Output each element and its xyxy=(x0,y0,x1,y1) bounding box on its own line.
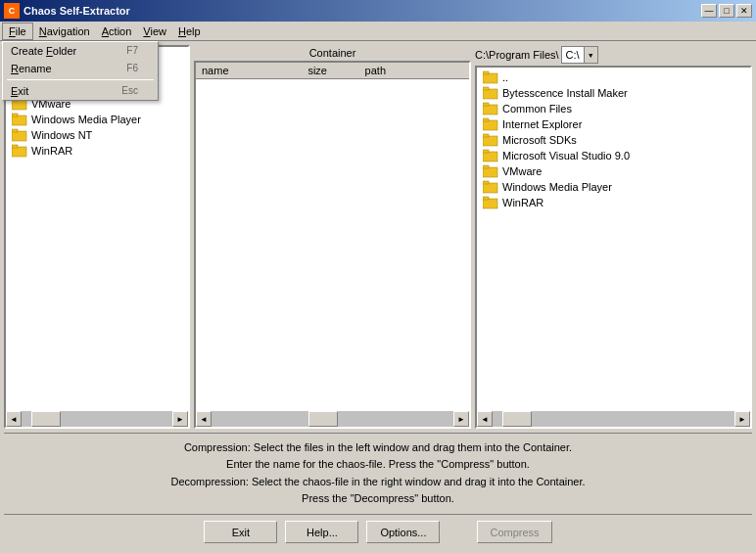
svg-rect-20 xyxy=(483,120,497,130)
right-item-up[interactable]: .. xyxy=(479,69,748,85)
right-scroll-track[interactable] xyxy=(493,411,734,427)
svg-rect-30 xyxy=(483,199,497,208)
svg-rect-17 xyxy=(483,87,489,90)
right-item-bytesscence[interactable]: Bytesscence Install Maker xyxy=(479,85,748,101)
container-columns: name size path xyxy=(196,63,469,79)
right-item-vmware[interactable]: VMware xyxy=(479,163,748,179)
title-bar: C Chaos Self-Extractor — □ ✕ xyxy=(0,0,756,22)
svg-rect-19 xyxy=(483,103,489,106)
svg-rect-21 xyxy=(483,118,489,121)
right-scrollbar-h[interactable]: ◄ ► xyxy=(477,411,750,427)
svg-rect-9 xyxy=(12,114,18,116)
folder-icon xyxy=(12,113,27,126)
menu-rename[interactable]: Rename F6 xyxy=(3,60,158,77)
left-item-winrar[interactable]: WinRAR xyxy=(8,143,186,159)
left-item-windows-nt[interactable]: Windows NT xyxy=(8,127,186,143)
scroll-thumb[interactable] xyxy=(31,411,61,427)
drive-combo[interactable]: C:\ ▼ xyxy=(561,46,598,64)
menu-navigation[interactable]: Navigation xyxy=(33,23,96,39)
left-item-windows-media-player[interactable]: Windows Media Player xyxy=(8,112,186,127)
folder-icon xyxy=(483,180,498,194)
help-button[interactable]: Help... xyxy=(285,521,358,543)
container-scroll-right[interactable]: ► xyxy=(453,411,469,427)
right-item-microsoft-vs[interactable]: Microsoft Visual Studio 9.0 xyxy=(479,148,748,163)
folder-icon xyxy=(483,196,498,209)
close-button[interactable]: ✕ xyxy=(736,4,752,18)
svg-rect-8 xyxy=(12,115,26,125)
scroll-left-btn[interactable]: ◄ xyxy=(6,411,22,427)
description-area: Compression: Select the files in the lef… xyxy=(4,433,752,514)
menu-action[interactable]: Action xyxy=(96,23,138,39)
window-title: Chaos Self-Extractor xyxy=(24,5,130,17)
right-item-microsoft-sdks[interactable]: Microsoft SDKs xyxy=(479,132,748,148)
folder-icon xyxy=(483,149,498,162)
container-panel: Container name size path ◄ ► xyxy=(194,45,471,429)
menu-help[interactable]: Help xyxy=(172,23,207,39)
compress-button[interactable]: Compress xyxy=(477,521,551,543)
right-scroll-right[interactable]: ► xyxy=(734,411,750,427)
col-size: size xyxy=(304,64,360,77)
svg-rect-22 xyxy=(483,136,497,146)
svg-rect-27 xyxy=(483,165,489,168)
maximize-button[interactable]: □ xyxy=(719,4,734,18)
button-bar: Exit Help... Options... Compress xyxy=(4,514,752,549)
left-scrollbar-h[interactable]: ◄ ► xyxy=(6,411,188,427)
col-name: name xyxy=(198,64,304,77)
col-path: path xyxy=(361,64,467,77)
svg-rect-31 xyxy=(483,197,489,200)
scroll-track[interactable] xyxy=(22,411,172,427)
svg-rect-28 xyxy=(483,183,497,193)
svg-rect-16 xyxy=(483,89,497,99)
scroll-right-btn[interactable]: ► xyxy=(172,411,188,427)
svg-rect-13 xyxy=(12,145,18,148)
right-scroll-thumb[interactable] xyxy=(502,411,532,427)
options-button[interactable]: Options... xyxy=(366,521,440,543)
svg-rect-29 xyxy=(483,181,489,184)
svg-rect-15 xyxy=(483,71,489,74)
svg-rect-12 xyxy=(12,147,26,157)
right-file-panel: C:\Program Files\ C:\ ▼ .. xyxy=(475,45,752,429)
folder-icon xyxy=(483,86,498,100)
file-dropdown-menu: Create Folder F7 Rename F6 Exit Esc xyxy=(2,41,159,101)
menu-view[interactable]: View xyxy=(137,23,172,39)
right-item-common-files[interactable]: Common Files xyxy=(479,101,748,116)
container-scroll-left[interactable]: ◄ xyxy=(196,411,212,427)
path-label: C:\Program Files\ xyxy=(475,49,559,61)
right-scroll-left[interactable]: ◄ xyxy=(477,411,493,427)
exit-button[interactable]: Exit xyxy=(204,521,277,543)
right-item-windows-media-player[interactable]: Windows Media Player xyxy=(479,179,748,195)
svg-rect-11 xyxy=(12,129,18,132)
container-scroll-track[interactable] xyxy=(212,411,453,427)
menu-help-label: Help xyxy=(178,25,201,37)
right-item-internet-explorer[interactable]: Internet Explorer xyxy=(479,116,748,132)
container-scrollbar-h[interactable]: ◄ ► xyxy=(196,411,469,427)
folder-icon xyxy=(483,164,498,178)
menu-create-folder[interactable]: Create Folder F7 xyxy=(3,42,158,60)
menu-file[interactable]: File xyxy=(2,23,33,40)
left-panel-content: Internet Explorer Microsoft SDKs xyxy=(6,47,188,411)
up-folder-icon xyxy=(483,70,498,84)
right-item-winrar[interactable]: WinRAR xyxy=(479,195,748,210)
desc-line2: Enter the name for the chaos-file. Press… xyxy=(8,456,748,474)
left-panel: Internet Explorer Microsoft SDKs xyxy=(4,45,190,429)
svg-rect-18 xyxy=(483,105,497,115)
menu-navigation-label: Navigation xyxy=(39,25,90,37)
menu-bar: File Navigation Action View Help xyxy=(0,22,756,41)
drive-label: C:\ xyxy=(562,49,584,61)
svg-rect-24 xyxy=(483,152,497,161)
minimize-button[interactable]: — xyxy=(701,4,717,18)
drive-dropdown-btn[interactable]: ▼ xyxy=(584,47,597,63)
svg-rect-14 xyxy=(483,73,497,83)
menu-file-label: File xyxy=(9,25,26,37)
svg-rect-23 xyxy=(483,134,489,137)
path-header: C:\Program Files\ C:\ ▼ xyxy=(475,45,752,66)
folder-icon xyxy=(483,102,498,115)
desc-line4: Press the "Decompress" button. xyxy=(8,490,748,508)
right-panel-content: .. Bytesscence Install Maker xyxy=(477,68,750,411)
container-scroll-thumb[interactable] xyxy=(308,411,338,427)
svg-rect-6 xyxy=(12,100,26,110)
container-content xyxy=(196,79,469,411)
menu-exit[interactable]: Exit Esc xyxy=(3,82,158,100)
folder-icon xyxy=(12,128,27,142)
app-icon: C xyxy=(4,3,20,19)
